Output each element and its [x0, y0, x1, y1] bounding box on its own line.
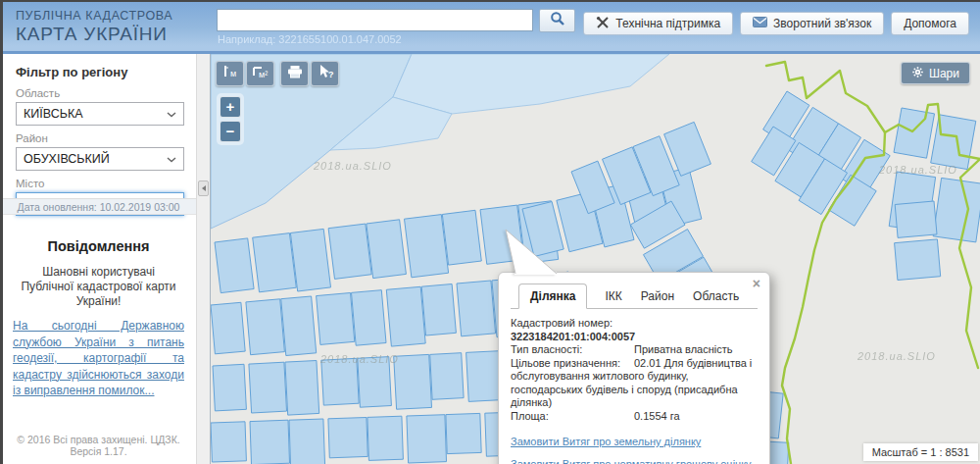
measure-area-icon: м²: [251, 64, 270, 83]
popup-pointer: [500, 229, 561, 275]
message-link[interactable]: На сьогодні Державною службою України з …: [10, 318, 187, 399]
message-panel: Повідомлення Шановні користувачі Публічн…: [0, 217, 197, 399]
tab-ikk[interactable]: ІКК: [604, 284, 622, 308]
message-title: Повідомлення: [10, 238, 187, 254]
order-extract-link[interactable]: Замовити Витяг про земельну ділянку: [511, 436, 758, 447]
raion-value: ОБУХІВСЬКИЙ: [24, 152, 110, 166]
header-buttons: Технічна підтримка Зворотний зв'язок Доп…: [583, 12, 969, 35]
map-toolbar: м м² ?: [216, 61, 339, 86]
feedback-button[interactable]: Зворотний зв'язок: [740, 12, 884, 35]
sidebar-collapse-button[interactable]: [198, 180, 209, 196]
message-greeting: Шановні користувачі Публічної кадастрово…: [10, 265, 187, 309]
layers-button[interactable]: Шари: [901, 62, 970, 84]
purpose-row: Цільове призначення:02.01 Для будівництв…: [511, 357, 758, 410]
area-value: 0.1554 га: [634, 410, 680, 422]
area-label: Площа:: [511, 410, 634, 424]
window-edge-left: [0, 0, 3, 464]
region-filter-panel: Фільтр по регіону Область КИЇВСЬКА Район…: [0, 54, 197, 198]
close-icon[interactable]: ×: [753, 277, 760, 290]
ownership-type-label: Тип власності:: [511, 343, 634, 357]
sidebar: Фільтр по регіону Область КИЇВСЬКА Район…: [0, 54, 211, 464]
svg-text:м: м: [230, 69, 236, 78]
popup-tabs: Ділянка ІКК Район Область: [511, 284, 758, 309]
identify-button[interactable]: ?: [311, 61, 339, 86]
zoom-control: + −: [217, 93, 244, 145]
parcel-details: Кадастровий номер:3223184201:01:004:0057…: [511, 317, 758, 423]
identify-cursor-icon: ?: [317, 64, 334, 83]
raion-select[interactable]: ОБУХІВСЬКИЙ: [16, 147, 184, 171]
popup-links: Замовити Витяг про земельну ділянку Замо…: [511, 436, 758, 464]
purpose-label: Цільове призначення:: [511, 357, 634, 371]
header: ПУБЛІЧНА КАДАСТРОВА КАРТА УКРАЇНИ Наприк…: [0, 0, 980, 54]
ownership-type-row: Тип власності:Приватна власність: [511, 343, 758, 357]
search-button[interactable]: [539, 9, 575, 32]
feedback-label: Зворотний зв'язок: [773, 17, 871, 30]
ownership-type-value: Приватна власність: [634, 343, 732, 355]
map-area[interactable]: 2018.ua.SLIO 2018.ua.SLIO 2018.ua.SLIO 2…: [211, 54, 980, 464]
collapse-arrow-icon: [202, 185, 206, 191]
help-label: Допомога: [904, 17, 956, 30]
filter-title: Фільтр по регіону: [16, 65, 183, 79]
tab-raion[interactable]: Район: [640, 284, 675, 308]
scale-indicator: Масштаб = 1 : 8531: [863, 443, 978, 461]
sidebar-gutter: [196, 54, 210, 464]
tech-support-label: Технічна підтримка: [615, 17, 720, 30]
svg-text:?: ?: [328, 70, 334, 79]
order-valuation-link[interactable]: Замовити Витяг про нормативну грошову оц…: [511, 458, 758, 464]
oblast-select[interactable]: КИЇВСЬКА: [16, 102, 184, 126]
print-icon: [287, 65, 303, 82]
help-button[interactable]: Допомога: [891, 12, 969, 35]
search-hint: Наприклад: 3221655100.01.047.0052: [218, 33, 402, 45]
cadastral-number-row: Кадастровий номер:3223184201:01:004:0057: [511, 317, 758, 343]
logo-line-1: ПУБЛІЧНА КАДАСТРОВА: [16, 9, 172, 23]
map-watermark: 2018.ua.SLIO: [879, 164, 957, 176]
svg-text:м²: м²: [259, 70, 268, 79]
logo-line-2: КАРТА УКРАЇНИ: [16, 24, 172, 45]
misto-label: Місто: [16, 178, 183, 189]
copyright: © 2016 Всі права захищені. ЦДЗК. Версія …: [0, 434, 197, 457]
gear-icon: [911, 66, 924, 81]
map-watermark: 2018.ua.SLIO: [314, 160, 392, 172]
tech-support-button[interactable]: Технічна підтримка: [583, 12, 733, 35]
window-edge-top: [0, 0, 980, 2]
layers-label: Шари: [929, 67, 959, 80]
measure-length-icon: м: [220, 64, 240, 83]
cadastral-number-value: 3223184201:01:004:0057: [511, 331, 635, 342]
measure-length-button[interactable]: м: [216, 61, 244, 86]
measure-area-button[interactable]: м²: [246, 61, 274, 86]
site-logo[interactable]: ПУБЛІЧНА КАДАСТРОВА КАРТА УКРАЇНИ: [16, 9, 172, 45]
update-date: Дата оновлення: 10.02.2019 03:00: [0, 198, 197, 215]
oblast-label: Область: [16, 87, 183, 99]
area-row: Площа:0.1554 га: [511, 410, 758, 424]
tab-dilyanka[interactable]: Ділянка: [518, 284, 587, 309]
print-button[interactable]: [280, 61, 309, 86]
map-watermark: 2018.ua.SLIO: [320, 353, 399, 365]
zoom-in-button[interactable]: +: [220, 96, 241, 118]
search-icon: [550, 11, 565, 30]
zoom-out-button[interactable]: −: [220, 121, 241, 142]
cadastral-number-label: Кадастровий номер:: [511, 317, 634, 331]
map-watermark: 2018.ua.SLIO: [858, 350, 936, 362]
envelope-icon: [753, 17, 767, 30]
tools-icon: [596, 16, 610, 32]
parcel-info-popup: × Ділянка ІКК Район Область Кадастровий …: [498, 272, 770, 464]
tab-oblast[interactable]: Область: [692, 284, 740, 308]
raion-label: Район: [16, 132, 183, 144]
chevron-down-icon: [167, 152, 176, 166]
oblast-value: КИЇВСЬКА: [24, 107, 83, 121]
chevron-down-icon: [167, 107, 176, 121]
search-input[interactable]: [217, 9, 533, 31]
